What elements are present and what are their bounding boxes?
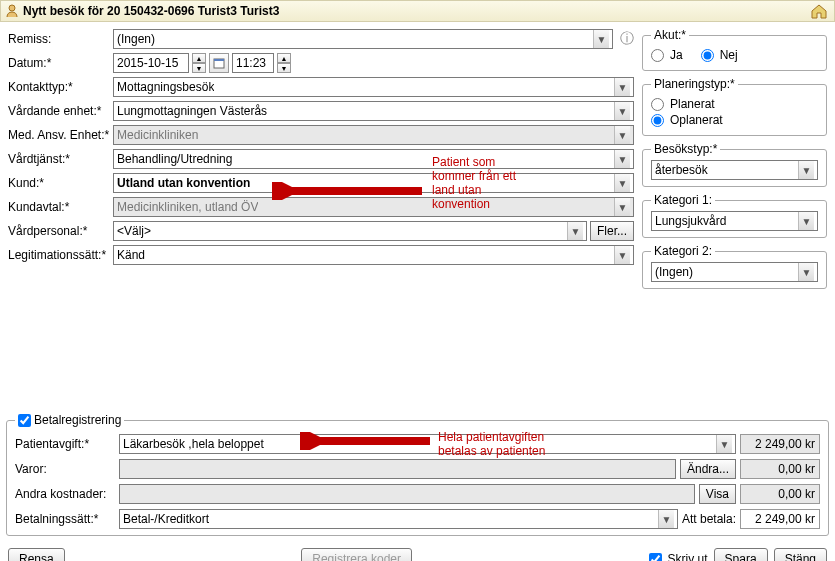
betalregistrering-group: Betalregistrering Patientavgift:* Läkarb… [6,413,829,536]
chevron-down-icon: ▼ [798,263,814,281]
bottom-area: Betalregistrering Patientavgift:* Läkarb… [6,413,829,561]
calendar-button[interactable] [209,53,229,73]
akut-group: Akut:* Ja Nej [642,28,827,71]
chevron-down-icon: ▼ [658,510,674,528]
registrera-koder-button[interactable]: Registrera koder [301,548,412,561]
vardpersonal-select[interactable]: <Välj>▼ [113,221,587,241]
label-remiss: Remiss: [8,32,113,46]
date-spinner[interactable]: ▲▼ [192,53,206,73]
home-button[interactable] [808,1,830,21]
betalregistrering-legend: Betalregistrering [15,413,124,427]
kund-select[interactable]: Utland utan konvention▼ [113,173,634,193]
varor-field [119,459,676,479]
stang-button[interactable]: Stäng [774,548,827,561]
label-patientavgift: Patientavgift:* [15,437,115,451]
besokstyp-legend: Besökstyp:* [651,142,720,156]
besokstyp-group: Besökstyp:* återbesök▼ [642,142,827,187]
label-legitimation: Legitimationssätt:* [8,248,113,262]
med-ansv-select: Medicinkliniken▼ [113,125,634,145]
label-vardande-enhet: Vårdande enhet:* [8,104,113,118]
patientavgift-select[interactable]: Läkarbesök ,hela beloppet▼ [119,434,736,454]
chevron-down-icon: ▼ [614,126,630,144]
label-betalningssatt: Betalningssätt:* [15,512,115,526]
legitimation-select[interactable]: Känd▼ [113,245,634,265]
betalregistrering-label: Betalregistrering [34,413,121,427]
varor-amount: 0,00 kr [740,459,820,479]
andra-kostnader-amount: 0,00 kr [740,484,820,504]
kategori2-group: Kategori 2: (Ingen)▼ [642,244,827,289]
label-vardtjanst: Vårdtjänst:* [8,152,113,166]
rensa-button[interactable]: Rensa [8,548,65,561]
betalregistrering-checkbox[interactable] [18,414,31,427]
kategori1-legend: Kategori 1: [651,193,715,207]
planerat-radio[interactable] [651,98,664,111]
chevron-down-icon: ▼ [614,102,630,120]
andra-button[interactable]: Ändra... [680,459,736,479]
chevron-down-icon: ▼ [798,161,814,179]
chevron-down-icon: ▼ [567,222,583,240]
kontakttyp-select[interactable]: Mottagningsbesök▼ [113,77,634,97]
person-icon [5,4,19,18]
akut-legend: Akut:* [651,28,689,42]
bottom-buttons: Rensa Registrera koder Skriv ut Spara St… [6,542,829,561]
andra-kostnader-field [119,484,695,504]
patientavgift-amount: 2 249,00 kr [740,434,820,454]
kategori2-legend: Kategori 2: [651,244,715,258]
svg-point-0 [9,5,15,11]
label-med-ansv: Med. Ansv. Enhet:* [8,128,113,142]
betalningssatt-select[interactable]: Betal-/Kreditkort▼ [119,509,678,529]
kategori1-select[interactable]: Lungsjukvård▼ [651,211,818,231]
vardtjanst-select[interactable]: Behandling/Utredning▼ [113,149,634,169]
planerat-label: Planerat [670,97,715,111]
info-icon[interactable]: ⓘ [620,30,634,48]
akut-ja-label: Ja [670,48,683,62]
chevron-down-icon: ▼ [716,435,732,453]
oplanerat-radio[interactable] [651,114,664,127]
chevron-down-icon: ▼ [614,246,630,264]
akut-nej-radio[interactable] [701,49,714,62]
label-kundavtal: Kundavtal:* [8,200,113,214]
chevron-down-icon: ▼ [798,212,814,230]
date-input[interactable] [113,53,189,73]
kategori1-group: Kategori 1: Lungsjukvård▼ [642,193,827,238]
fler-button[interactable]: Fler... [590,221,634,241]
chevron-down-icon: ▼ [614,78,630,96]
title-bar: Nytt besök för 20 150432-0696 Turist3 Tu… [0,0,835,22]
besokstyp-select[interactable]: återbesök▼ [651,160,818,180]
chevron-down-icon: ▼ [614,174,630,192]
label-att-betala: Att betala: [682,512,736,526]
svg-rect-2 [214,59,224,61]
time-spinner[interactable]: ▲▼ [277,53,291,73]
kundavtal-select: Medicinkliniken, utland ÖV▼ [113,197,634,217]
chevron-down-icon: ▼ [614,150,630,168]
label-andra-kostnader: Andra kostnader: [15,487,115,501]
chevron-down-icon: ▼ [593,30,609,48]
visa-button[interactable]: Visa [699,484,736,504]
kategori2-select[interactable]: (Ingen)▼ [651,262,818,282]
time-input[interactable] [232,53,274,73]
spara-button[interactable]: Spara [714,548,768,561]
remiss-select[interactable]: (Ingen)▼ [113,29,613,49]
title-text: Nytt besök för 20 150432-0696 Turist3 Tu… [23,4,279,18]
oplanerat-label: Oplanerat [670,113,723,127]
label-varor: Varor: [15,462,115,476]
skriv-ut-checkbox[interactable] [649,553,662,562]
form-area: Remiss: (Ingen)▼ ⓘ Datum:* ▲▼ ▲▼ Kontakt… [0,22,835,301]
label-kontakttyp: Kontakttyp:* [8,80,113,94]
planeringstyp-group: Planeringstyp:* Planerat Oplanerat [642,77,827,136]
chevron-down-icon: ▼ [614,198,630,216]
label-vardpersonal: Vårdpersonal:* [8,224,113,238]
vardande-enhet-select[interactable]: Lungmottagningen Västerås▼ [113,101,634,121]
label-kund: Kund:* [8,176,113,190]
att-betala-amount: 2 249,00 kr [740,509,820,529]
planeringstyp-legend: Planeringstyp:* [651,77,738,91]
akut-ja-radio[interactable] [651,49,664,62]
akut-nej-label: Nej [720,48,738,62]
skriv-ut-label: Skriv ut [668,552,708,561]
label-datum: Datum:* [8,56,113,70]
